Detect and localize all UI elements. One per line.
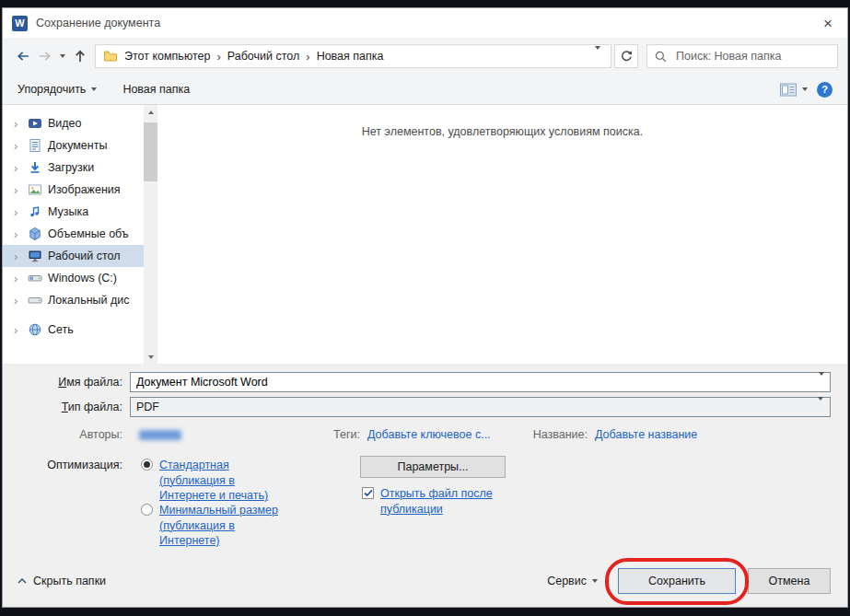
options-button[interactable]: Параметры... bbox=[360, 456, 506, 478]
chevron-right-icon[interactable]: › bbox=[14, 250, 22, 263]
organize-menu[interactable]: Упорядочить bbox=[17, 83, 97, 96]
refresh-button[interactable] bbox=[614, 44, 638, 68]
radio-minimal-size[interactable] bbox=[141, 504, 153, 516]
chevron-right-icon[interactable]: › bbox=[14, 139, 22, 153]
sidebar-item-windows-c[interactable]: › Windows (C:) bbox=[3, 267, 157, 289]
sidebar-item-downloads[interactable]: › Загрузки bbox=[3, 157, 157, 179]
word-app-icon: W bbox=[12, 16, 28, 31]
chevron-right-icon[interactable]: › bbox=[14, 323, 22, 337]
forward-button[interactable] bbox=[34, 45, 56, 67]
sidebar-item-label: Рабочий стол bbox=[48, 250, 120, 262]
open-after-publish-checkbox[interactable] bbox=[362, 487, 374, 499]
triangle-up-icon bbox=[148, 110, 154, 114]
chevron-right-icon[interactable]: › bbox=[14, 183, 22, 197]
tools-menu[interactable]: Сервис bbox=[547, 575, 598, 587]
save-button[interactable]: Сохранить bbox=[618, 568, 736, 594]
footer-buttons: Сервис Сохранить Отмена bbox=[547, 568, 831, 594]
breadcrumb-dropdown[interactable] bbox=[588, 50, 607, 63]
sidebar-item-documents[interactable]: › Документы bbox=[3, 134, 157, 157]
videos-icon bbox=[28, 116, 42, 131]
sidebar-item-label: Windows (C:) bbox=[48, 272, 117, 285]
cancel-button[interactable]: Отмена bbox=[748, 568, 831, 594]
sidebar-item-label: Объемные объ bbox=[48, 227, 129, 240]
filetype-value: PDF bbox=[136, 401, 159, 413]
scrollbar-thumb[interactable] bbox=[144, 122, 157, 181]
documents-icon bbox=[28, 138, 42, 153]
downloads-icon bbox=[28, 160, 42, 175]
view-mode-icon bbox=[780, 83, 798, 97]
breadcrumb-item-computer[interactable]: Этот компьютер bbox=[124, 50, 210, 63]
chevron-down-icon bbox=[60, 54, 65, 58]
add-tag-link[interactable]: Добавьте ключевое с... bbox=[367, 428, 491, 441]
empty-results-message: Нет элементов, удовлетворяющих условиям … bbox=[157, 125, 847, 138]
scroll-down-button[interactable] bbox=[144, 350, 157, 364]
command-toolbar: Упорядочить Новая папка ? bbox=[3, 75, 847, 105]
chevron-right-icon[interactable]: › bbox=[14, 161, 22, 175]
music-icon bbox=[28, 204, 42, 219]
chevron-down-icon bbox=[819, 372, 824, 389]
hide-folders-button[interactable]: Скрыть папки bbox=[17, 575, 106, 587]
optimization-block: Оптимизация: Стандартная (публикация в И… bbox=[3, 456, 847, 566]
forward-arrow-icon bbox=[37, 49, 53, 64]
navigation-pane: › Видео › Документы › Загрузки › bbox=[3, 105, 157, 364]
search-box[interactable] bbox=[646, 44, 838, 68]
sidebar-item-desktop[interactable]: › Рабочий стол bbox=[3, 245, 157, 267]
chevron-up-icon bbox=[17, 578, 27, 584]
authors-label: Авторы: bbox=[3, 428, 122, 441]
filetype-select[interactable]: PDF bbox=[130, 397, 831, 417]
toolbar-right-group: ? bbox=[780, 82, 833, 98]
radio-standard-label[interactable]: Стандартная (публикация в Интернете и пе… bbox=[159, 458, 281, 504]
sidebar-scrollbar[interactable] bbox=[144, 105, 157, 364]
sidebar-item-label: Видео bbox=[48, 117, 82, 130]
save-options-panel: Имя файла: Тип файла: PDF Авторы: Теги: … bbox=[3, 364, 847, 607]
filename-input[interactable] bbox=[130, 372, 831, 392]
windows-drive-icon bbox=[28, 271, 42, 285]
open-after-publish-label[interactable]: Открыть файл после публикации bbox=[380, 486, 518, 517]
sidebar-item-label: Документы bbox=[48, 139, 107, 152]
tools-label: Сервис bbox=[547, 575, 587, 587]
sidebar-item-3d-objects[interactable]: › Объемные объ bbox=[3, 223, 157, 245]
chevron-right-icon[interactable]: › bbox=[14, 117, 22, 131]
save-dialog: W Сохранение документа × Этот компьютер … bbox=[2, 7, 848, 608]
sidebar-item-label: Загрузки bbox=[48, 161, 94, 174]
chevron-down-icon bbox=[91, 87, 97, 91]
tags-label: Теги: bbox=[279, 428, 360, 441]
help-icon[interactable]: ? bbox=[817, 82, 833, 98]
screenshot-frame: W Сохранение документа × Этот компьютер … bbox=[0, 0, 850, 616]
radio-minimal-size-label[interactable]: Минимальный размер (публикация в Интерне… bbox=[159, 503, 281, 549]
breadcrumb-separator-icon: › bbox=[216, 50, 220, 64]
breadcrumb[interactable]: Этот компьютер › Рабочий стол › Новая па… bbox=[95, 44, 611, 68]
add-title-link[interactable]: Добавьте название bbox=[595, 428, 697, 441]
sidebar-item-local-disk[interactable]: › Локальный дис bbox=[3, 289, 157, 311]
new-folder-button[interactable]: Новая папка bbox=[122, 83, 190, 96]
hide-folders-label: Скрыть папки bbox=[33, 575, 106, 587]
local-drive-icon bbox=[28, 293, 42, 308]
chevron-right-icon[interactable]: › bbox=[14, 294, 22, 308]
back-button[interactable] bbox=[12, 45, 34, 67]
search-input[interactable] bbox=[674, 49, 831, 64]
file-list-area[interactable]: Нет элементов, удовлетворяющих условиям … bbox=[157, 105, 847, 364]
sidebar-item-network[interactable]: › Сеть bbox=[3, 319, 157, 341]
breadcrumb-item-desktop[interactable]: Рабочий стол bbox=[227, 50, 299, 63]
breadcrumb-separator-icon: › bbox=[306, 50, 309, 64]
breadcrumb-item-new-folder[interactable]: Новая папка bbox=[317, 50, 384, 63]
chevron-right-icon[interactable]: › bbox=[14, 227, 22, 241]
up-button[interactable] bbox=[69, 45, 91, 67]
metadata-row: Авторы: Теги: Добавьте ключевое с... Наз… bbox=[3, 428, 847, 445]
authors-value-redacted[interactable] bbox=[139, 430, 181, 440]
filename-dropdown[interactable] bbox=[819, 376, 824, 389]
close-icon[interactable]: × bbox=[818, 16, 838, 31]
view-mode-button[interactable] bbox=[780, 83, 808, 97]
3d-objects-icon bbox=[28, 227, 42, 241]
scroll-up-button[interactable] bbox=[144, 105, 157, 119]
chevron-right-icon[interactable]: › bbox=[14, 205, 22, 219]
radio-standard[interactable] bbox=[141, 459, 153, 471]
sidebar-item-pictures[interactable]: › Изображения bbox=[3, 179, 157, 201]
title-label: Название: bbox=[495, 428, 588, 441]
chevron-right-icon[interactable]: › bbox=[14, 272, 22, 285]
sidebar-item-video[interactable]: › Видео bbox=[3, 112, 157, 134]
filename-label: Имя файла: bbox=[3, 376, 130, 389]
sidebar-item-music[interactable]: › Музыка bbox=[3, 201, 157, 223]
checkmark-icon bbox=[364, 489, 373, 497]
recent-locations-dropdown[interactable] bbox=[56, 45, 69, 67]
